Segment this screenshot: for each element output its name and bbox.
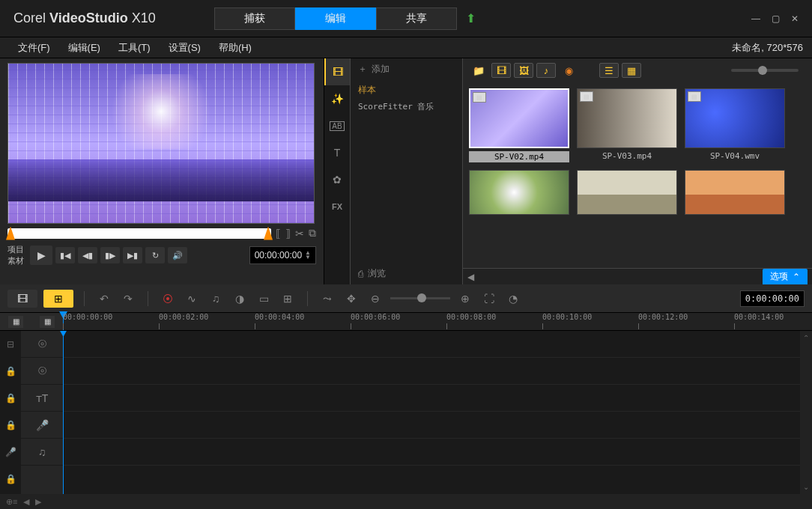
tab-edit[interactable]: 编辑 xyxy=(295,7,376,30)
clock-icon[interactable]: ◔ xyxy=(504,290,522,308)
minimize-button[interactable]: — xyxy=(750,13,762,25)
timeline-toolbar: 🎞 ⊞ ↶ ↷ ⦿ ∿ ♫ ◑ ▭ ⊞ ⤳ ✥ ⊖ ⊕ ⛶ ◔ 0:00:00:… xyxy=(0,284,812,313)
media-gallery: 📁 🎞 🖼 ♪ ◉ ☰ ▦ ▤ SP-V02.mp4 ▤ SP-V03.mp4 … xyxy=(463,58,812,284)
scroll-left-icon[interactable]: ◀ xyxy=(467,272,474,282)
main-area: ⟦ ⟧ ✂ ⧉ 项目 素材 ▶ ▮◀ ◀▮ ▮▶ ▶▮ ↻ 🔊 00:00:00… xyxy=(0,58,812,284)
track-header-btn2[interactable]: ▦ xyxy=(40,316,55,328)
chapter-tool-icon[interactable]: ⊞ xyxy=(279,290,297,308)
motion-tool-icon[interactable]: ⤳ xyxy=(318,290,336,308)
menu-help[interactable]: 帮助(H) xyxy=(210,41,261,55)
options-button[interactable]: 选项 ⌃ xyxy=(763,269,808,284)
timeline-view-button[interactable]: ⊞ xyxy=(43,290,73,308)
undo-button[interactable]: ↶ xyxy=(95,290,113,308)
track-music[interactable]: ♫ xyxy=(21,439,63,466)
filter-audio-icon[interactable]: ♪ xyxy=(536,63,556,78)
zoom-in-icon[interactable]: ⊕ xyxy=(456,290,474,308)
gutter-toggle-icon[interactable]: ⊟ xyxy=(0,331,21,358)
track-overlay[interactable]: ⦾ xyxy=(21,358,63,385)
tab-share[interactable]: 共享 xyxy=(376,7,457,30)
add-track-icon[interactable]: ⊕≡ xyxy=(6,497,17,507)
menu-tools[interactable]: 工具(T) xyxy=(109,41,160,55)
media-thumb[interactable]: ▤ SP-V02.mp4 xyxy=(469,88,569,162)
filter-photo-icon[interactable]: 🖼 xyxy=(514,63,533,78)
track-title[interactable]: ᴛT xyxy=(21,385,63,412)
redo-button[interactable]: ↷ xyxy=(119,290,137,308)
gallery-toolbar: 📁 🎞 🖼 ♪ ◉ ☰ ▦ xyxy=(463,58,812,82)
zoom-out-icon[interactable]: ⊖ xyxy=(366,290,384,308)
vtab-media[interactable]: 🎞 xyxy=(324,58,350,85)
vtab-titles[interactable]: AB xyxy=(324,112,350,139)
audio-tool-icon[interactable]: ∿ xyxy=(183,290,201,308)
maximize-button[interactable]: ▢ xyxy=(769,13,781,25)
preview-viewport[interactable] xyxy=(7,63,315,224)
scroll-right-icon[interactable]: ▶ xyxy=(35,497,41,507)
view-grid-icon[interactable]: ▦ xyxy=(622,63,641,78)
browse-button[interactable]: ⎙ 浏览 xyxy=(358,267,386,280)
playhead-line[interactable] xyxy=(63,331,64,494)
scroll-down-icon[interactable]: ⌄ xyxy=(803,483,809,491)
scroll-left-icon[interactable]: ◀ xyxy=(23,497,29,507)
timeline-timecode[interactable]: 0:00:00:00 xyxy=(740,290,805,307)
copy-icon[interactable]: ⧉ xyxy=(309,227,316,240)
vtab-fx[interactable]: FX xyxy=(324,193,350,220)
track-video[interactable]: ⦾ xyxy=(21,331,63,358)
preview-panel: ⟦ ⟧ ✂ ⧉ 项目 素材 ▶ ▮◀ ◀▮ ▮▶ ▶▮ ↻ 🔊 00:00:00… xyxy=(0,58,324,284)
thumbnail-size-slider[interactable] xyxy=(731,69,799,72)
prev-frame-button[interactable]: ◀▮ xyxy=(78,247,97,263)
video-badge-icon: ▤ xyxy=(580,91,593,102)
next-frame-button[interactable]: ▮▶ xyxy=(100,247,120,263)
category-scorefitter[interactable]: ScoreFitter 音乐 xyxy=(358,99,455,115)
folder-icon[interactable]: 📁 xyxy=(469,63,488,78)
track-header-btn1[interactable]: ▦ xyxy=(8,316,23,328)
gutter-mic-icon[interactable]: 🎤 xyxy=(0,439,21,466)
preview-timecode[interactable]: 00:00:00:00 ▲▼ xyxy=(249,246,316,264)
category-samples[interactable]: 样本 xyxy=(358,82,455,99)
fit-icon[interactable]: ⛶ xyxy=(480,290,498,308)
add-folder-button[interactable]: ＋ 添加 xyxy=(358,63,455,76)
gutter-lock-icon[interactable]: 🔒 xyxy=(0,358,21,385)
track-voice[interactable]: 🎤 xyxy=(21,412,63,439)
media-thumb[interactable] xyxy=(469,170,569,215)
record-button[interactable]: ⦿ xyxy=(159,290,177,308)
media-thumb[interactable]: ▤ SP-V03.mp4 xyxy=(577,88,677,162)
seek-slider[interactable] xyxy=(7,228,271,239)
gutter-lock-icon[interactable]: 🔒 xyxy=(0,412,21,439)
tab-capture[interactable]: 捕获 xyxy=(214,7,295,30)
play-button[interactable]: ▶ xyxy=(30,246,52,265)
filter-video-icon[interactable]: 🎞 xyxy=(491,63,511,78)
music-tool-icon[interactable]: ♫ xyxy=(207,290,225,308)
media-thumb[interactable] xyxy=(577,170,677,215)
track-lanes[interactable] xyxy=(63,331,800,494)
vtab-transitions[interactable]: ✨ xyxy=(324,85,350,112)
overlay-tool-icon[interactable]: ◑ xyxy=(231,290,249,308)
zoom-slider[interactable] xyxy=(390,297,450,299)
timeline-ruler[interactable]: 00:00:00:0000:00:02:0000:00:04:0000:00:0… xyxy=(63,313,812,330)
mark-in-icon[interactable]: ⟦ xyxy=(276,228,281,240)
storyboard-view-button[interactable]: 🎞 xyxy=(7,290,37,308)
go-end-button[interactable]: ▶▮ xyxy=(123,247,142,263)
mark-out-icon[interactable]: ⟧ xyxy=(285,228,291,240)
loop-button[interactable]: ↻ xyxy=(145,247,165,263)
scroll-up-icon[interactable]: ⌃ xyxy=(803,334,809,342)
vertical-scrollbar[interactable]: ⌃ ⌄ xyxy=(800,331,812,494)
vtab-text[interactable]: T xyxy=(324,139,350,166)
gutter-lock-icon[interactable]: 🔒 xyxy=(0,466,21,493)
timecode-stepper-icon[interactable]: ▲▼ xyxy=(305,251,311,260)
split-icon[interactable]: ✂ xyxy=(295,228,304,240)
media-thumb[interactable] xyxy=(685,170,785,215)
disc-icon[interactable]: ◉ xyxy=(559,63,578,78)
view-list-icon[interactable]: ☰ xyxy=(599,63,619,78)
menu-file[interactable]: 文件(F) xyxy=(9,41,59,55)
go-start-button[interactable]: ▮◀ xyxy=(55,247,75,263)
media-thumb[interactable]: ▤ SP-V04.wmv xyxy=(685,88,785,162)
gutter-lock-icon[interactable]: 🔒 xyxy=(0,385,21,412)
menu-settings[interactable]: 设置(S) xyxy=(160,41,210,55)
vtab-filters[interactable]: ✿ xyxy=(324,166,350,193)
close-button[interactable]: ✕ xyxy=(789,13,801,25)
title-tool-icon[interactable]: ▭ xyxy=(255,290,273,308)
upload-icon[interactable]: ⬆ xyxy=(466,11,476,25)
menu-edit[interactable]: 编辑(E) xyxy=(59,41,109,55)
volume-button[interactable]: 🔊 xyxy=(168,247,187,263)
pan-tool-icon[interactable]: ✥ xyxy=(342,290,360,308)
transport-mode-labels[interactable]: 项目 素材 xyxy=(7,244,24,266)
